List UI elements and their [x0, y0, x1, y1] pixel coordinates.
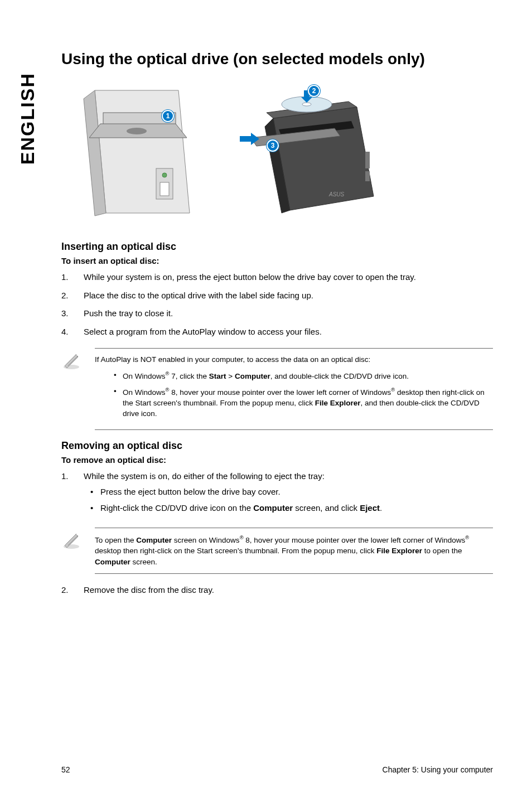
callout-3: 3 [267, 139, 279, 152]
step-text: Place the disc to the optical drive with… [84, 289, 493, 302]
note-text: to open the [422, 547, 462, 555]
svg-rect-18 [365, 171, 370, 181]
note-content: To open the Computer screen on Windows® … [95, 528, 493, 573]
svg-point-14 [302, 103, 311, 106]
step-text: Push the tray to close it. [84, 307, 493, 320]
svg-point-4 [127, 128, 147, 134]
svg-rect-7 [160, 182, 169, 196]
step-number: 3. [61, 307, 84, 320]
front-tower-icon [78, 85, 201, 219]
list-item: 2.Remove the disc from the disc tray. [61, 584, 493, 597]
svg-rect-17 [365, 152, 370, 168]
list-item: 1.While your system is on, press the eje… [61, 271, 493, 284]
inserting-steps: 1.While your system is on, press the eje… [61, 271, 493, 338]
registered-mark: ® [240, 534, 244, 540]
page-number: 52 [61, 765, 70, 774]
inserting-heading: Inserting an optical disc [61, 241, 493, 253]
bold-eject: Eject [360, 503, 380, 513]
bold-start: Start [209, 371, 226, 380]
step-number: 4. [61, 326, 84, 339]
note-text: To open the [95, 536, 136, 544]
note-intro: If AutoPlay is NOT enabled in your compu… [95, 354, 493, 365]
svg-point-6 [162, 173, 167, 177]
list-item: Press the eject button below the drive b… [84, 486, 493, 499]
page-footer: 52 Chapter 5: Using your computer [61, 765, 493, 774]
figure-front-tower: 1 [78, 85, 201, 219]
inserting-subhead: To insert an optical disc: [61, 256, 493, 265]
removing-steps: 1. While the system is on, do either of … [61, 470, 493, 518]
step-number: 2. [61, 584, 84, 597]
step-text-inner: . [380, 503, 382, 513]
step-number: 1. [61, 470, 84, 518]
registered-mark: ® [166, 370, 170, 376]
note-text: screen. [130, 558, 157, 566]
svg-marker-0 [95, 90, 190, 213]
language-tab: ENGLISH [17, 73, 38, 165]
list-item: On Windows® 7, click the Start > Compute… [112, 370, 493, 381]
bold-file-explorer: File Explorer [315, 399, 361, 407]
note-text: , and double-click the CD/DVD drive icon… [270, 371, 409, 380]
step-text: While the system is on, do either of the… [84, 470, 493, 518]
registered-mark: ® [166, 386, 170, 393]
page-title: Using the optical drive (on selected mod… [61, 50, 493, 68]
svg-marker-8 [273, 107, 374, 210]
step-text-inner: While the system is on, do either of the… [84, 471, 325, 481]
note-text: On Windows [123, 371, 166, 380]
chapter-label: Chapter 5: Using your computer [383, 765, 493, 774]
step-number: 1. [61, 271, 84, 284]
figures-row: 1 [61, 85, 493, 219]
bold-file-explorer: File Explorer [376, 547, 422, 555]
note-text: > [226, 371, 235, 380]
registered-mark: ® [465, 534, 469, 540]
note-text: 8, hover your mouse pointer over the low… [244, 536, 466, 544]
pencil-note-icon [61, 350, 81, 370]
note-content: If AutoPlay is NOT enabled in your compu… [95, 348, 493, 430]
bold-computer: Computer [95, 558, 130, 566]
list-item: 4.Select a program from the AutoPlay win… [61, 326, 493, 339]
angled-tower-icon: ASUS [234, 85, 390, 219]
bold-computer: Computer [253, 503, 293, 513]
note-text: 8, hover your mouse pointer over the low… [170, 388, 391, 396]
step-text: While your system is on, press the eject… [84, 271, 493, 284]
step-text: Remove the disc from the disc tray. [84, 584, 493, 597]
note-text: On Windows [123, 388, 166, 396]
list-item: 2.Place the disc to the optical drive wi… [61, 289, 493, 302]
note-text: desktop then right-click on the Start sc… [95, 547, 376, 555]
bold-computer: Computer [235, 371, 270, 380]
callout-1: 1 [162, 110, 174, 122]
bold-computer: Computer [136, 536, 172, 544]
list-item: 1. While the system is on, do either of … [61, 470, 493, 518]
note-autoplay: If AutoPlay is NOT enabled in your compu… [61, 348, 493, 430]
figure-angled-tower: ASUS 2 3 [234, 85, 390, 219]
note-text: 7, click the [170, 371, 209, 380]
step-text-inner: screen, and click [293, 503, 360, 513]
removing-heading: Removing an optical disc [61, 440, 493, 452]
note-computer-screen: To open the Computer screen on Windows® … [61, 528, 493, 573]
removing-subhead: To remove an optical disc: [61, 455, 493, 465]
pencil-note-icon [61, 530, 81, 550]
svg-text:ASUS: ASUS [328, 191, 345, 197]
callout-2: 2 [308, 85, 320, 97]
list-item: 3.Push the tray to close it. [61, 307, 493, 320]
step-text-inner: Right-click the CD/DVD drive icon on the [100, 503, 253, 513]
list-item: Right-click the CD/DVD drive icon on the… [84, 502, 493, 515]
note-text: screen on Windows [172, 536, 240, 544]
step-text: Select a program from the AutoPlay windo… [84, 326, 493, 339]
removing-steps-2: 2.Remove the disc from the disc tray. [61, 584, 493, 597]
list-item: On Windows® 8, hover your mouse pointer … [112, 386, 493, 419]
step-number: 2. [61, 289, 84, 302]
